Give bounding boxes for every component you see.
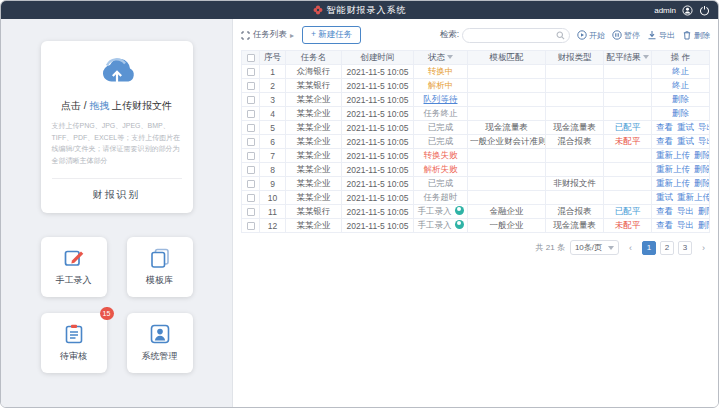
op-link[interactable]: 删除 — [694, 178, 710, 188]
balance-filter-caret-icon[interactable] — [643, 55, 649, 59]
cell-task-name: 某某银行 — [286, 79, 342, 93]
system-management-user-icon — [149, 323, 171, 345]
cell-balance-result — [604, 163, 652, 177]
current-user-label: admin — [654, 6, 676, 15]
task-list-breadcrumb[interactable]: 任务列表 ▸ — [241, 29, 294, 41]
op-link[interactable]: 删除 — [698, 206, 710, 216]
op-link[interactable]: 导出 — [698, 136, 710, 146]
row-checkbox[interactable] — [247, 96, 255, 104]
row-checkbox[interactable] — [247, 194, 255, 202]
prev-page-button[interactable]: ‹ — [624, 241, 637, 255]
status-filter-caret-icon[interactable] — [447, 55, 453, 59]
cell-balance-result — [604, 79, 652, 93]
op-link[interactable]: 查看 — [656, 206, 673, 216]
page-button[interactable]: 3 — [678, 241, 692, 255]
search-icon[interactable] — [556, 31, 565, 40]
cell-created-time: 2021-11-5 10:05 — [342, 121, 414, 135]
export-label: 导出 — [659, 30, 675, 41]
next-page-button[interactable]: › — [697, 241, 710, 255]
sidebar-item-pending-review[interactable]: 15 待审核 — [41, 313, 107, 373]
op-link[interactable]: 导出 — [698, 122, 710, 132]
table-row: 11某某银行2021-11-5 10:05手工录入金融企业混合报表已配平查看导出… — [242, 205, 710, 219]
cell-created-time: 2021-11-5 10:05 — [342, 205, 414, 219]
sidebar-item-label: 系统管理 — [142, 350, 178, 363]
user-account-icon[interactable] — [682, 5, 693, 16]
cell-report-type — [546, 65, 604, 79]
cell-status: 解析中 — [414, 79, 468, 93]
col-status[interactable]: 状态 — [414, 51, 468, 65]
search-input[interactable] — [468, 31, 556, 40]
expand-icon — [241, 31, 250, 40]
cell-template-match — [468, 93, 546, 107]
op-link[interactable]: 终止 — [672, 66, 689, 76]
page-button[interactable]: 1 — [642, 241, 656, 255]
op-link[interactable]: 终止 — [672, 80, 689, 90]
new-task-button[interactable]: + 新建任务 — [302, 26, 361, 44]
sidebar-item-template-library[interactable]: 模板库 — [127, 237, 193, 297]
cell-index: 11 — [260, 205, 286, 219]
cell-task-name: 某某企业 — [286, 135, 342, 149]
upload-title-rest: 上传财报文件 — [112, 100, 172, 111]
op-link[interactable]: 重试 — [656, 192, 673, 202]
col-balance-result[interactable]: 配平结果 — [604, 51, 652, 65]
row-checkbox[interactable] — [247, 68, 255, 76]
cell-created-time: 2021-11-5 10:05 — [342, 79, 414, 93]
op-link[interactable]: 查看 — [656, 220, 673, 230]
op-link[interactable]: 重新上传 — [656, 150, 690, 160]
op-link[interactable]: 重试 — [677, 122, 694, 132]
col-report-type: 财报类型 — [546, 51, 604, 65]
cell-index: 9 — [260, 177, 286, 191]
page-size-select[interactable]: 10条/页 — [570, 240, 619, 255]
op-link[interactable]: 删除 — [694, 150, 710, 160]
upload-drag-link[interactable]: 拖拽 — [89, 100, 109, 111]
row-checkbox[interactable] — [247, 138, 255, 146]
op-link[interactable]: 重新上传 — [656, 178, 690, 188]
row-checkbox[interactable] — [247, 82, 255, 90]
cell-index: 6 — [260, 135, 286, 149]
row-checkbox[interactable] — [247, 208, 255, 216]
start-task-button[interactable]: 开始 — [577, 30, 605, 41]
cell-status: 手工录入 — [414, 219, 468, 233]
op-link[interactable]: 查看 — [656, 122, 673, 132]
row-checkbox[interactable] — [247, 166, 255, 174]
row-checkbox[interactable] — [247, 124, 255, 132]
op-link[interactable]: 重新上传 — [656, 164, 690, 174]
row-checkbox[interactable] — [247, 222, 255, 230]
op-link[interactable]: 删除 — [672, 94, 689, 104]
cell-template-match: 金融企业 — [468, 205, 546, 219]
pending-review-clipboard-icon — [63, 323, 85, 345]
select-all-checkbox[interactable] — [247, 54, 255, 62]
sidebar-item-manual-entry[interactable]: 手工录入 — [41, 237, 107, 297]
page-size-caret-icon — [608, 246, 614, 250]
op-link[interactable]: 删除 — [694, 164, 710, 174]
pause-task-button[interactable]: 暂停 — [612, 30, 640, 41]
op-link[interactable]: 删除 — [672, 108, 689, 118]
table-row: 9某某企业2021-11-5 10:05已完成非财报文件重新上传删除 — [242, 177, 710, 191]
op-link[interactable]: 重试 — [677, 136, 694, 146]
op-link[interactable]: 导出 — [677, 206, 694, 216]
export-button[interactable]: 导出 — [647, 30, 675, 41]
page-button[interactable]: 2 — [660, 241, 674, 255]
row-checkbox[interactable] — [247, 110, 255, 118]
cell-operations: 查看导出删除 — [652, 219, 710, 233]
task-table-body: 1众海银行2021-11-5 10:05转换中终止2某某银行2021-11-5 … — [242, 65, 710, 233]
delete-button[interactable]: 删除 — [682, 30, 710, 41]
cell-balance-result: 已配平 — [604, 205, 652, 219]
op-link[interactable]: 查看 — [656, 136, 673, 146]
upload-dropzone[interactable]: 点击 / 拖拽 上传财报文件 支持上传PNG、JPG、JPEG、BMP、TIFF… — [41, 41, 193, 213]
pending-review-count-badge: 15 — [100, 307, 114, 320]
app-title: 智能财报录入系统 — [327, 4, 407, 17]
cell-status: 已完成 — [414, 135, 468, 149]
row-checkbox[interactable] — [247, 180, 255, 188]
cell-balance-result — [604, 191, 652, 205]
logout-power-icon[interactable] — [699, 5, 710, 16]
op-link[interactable]: 重新上传 — [677, 192, 710, 202]
op-link[interactable]: 导出 — [677, 220, 694, 230]
op-link[interactable]: 删除 — [698, 220, 710, 230]
cell-created-time: 2021-11-5 10:05 — [342, 191, 414, 205]
sidebar-item-system-management[interactable]: 系统管理 — [127, 313, 193, 373]
row-checkbox[interactable] — [247, 152, 255, 160]
report-recognize-button[interactable]: 财报识别 — [52, 179, 182, 213]
cell-task-name: 某某企业 — [286, 93, 342, 107]
cell-index: 8 — [260, 163, 286, 177]
